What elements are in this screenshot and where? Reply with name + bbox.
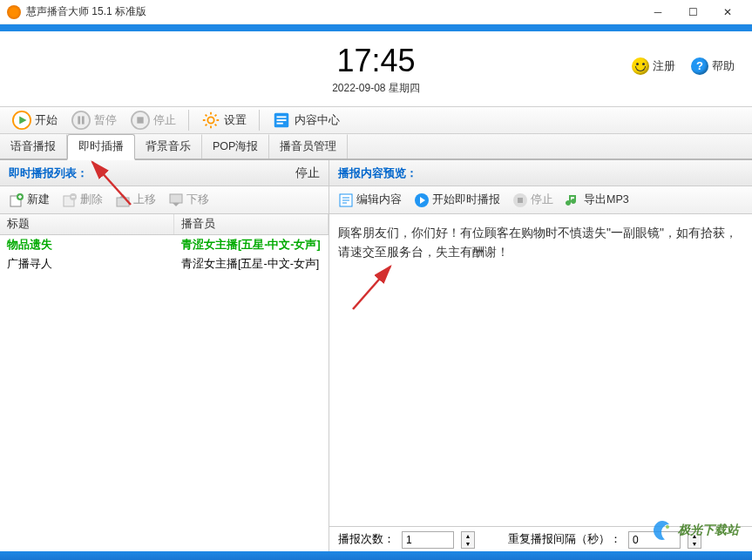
left-panel-title: 即时播报列表：: [9, 165, 88, 181]
export-mp3-button[interactable]: 导出MP3: [562, 191, 633, 210]
accent-bar: [0, 24, 752, 31]
svg-point-6: [207, 117, 213, 123]
interval-label: 重复播报间隔（秒）：: [508, 532, 621, 547]
svg-rect-2: [78, 116, 80, 124]
main-area: 即时播报列表： 停止 新建 删除 上移 下移 标题 播音员: [0, 160, 752, 552]
left-panel: 即时播报列表： 停止 新建 删除 上移 下移 标题 播音员: [0, 160, 329, 552]
edit-content-button[interactable]: 编辑内容: [335, 191, 405, 210]
ribbon-toolbar: 开始 暂停 停止 设置 内容中心: [0, 106, 752, 134]
svg-rect-16: [170, 194, 182, 203]
left-toolbar: 新建 删除 上移 下移: [0, 186, 329, 214]
tab-announcer-manage[interactable]: 播音员管理: [269, 134, 348, 159]
right-toolbar: 编辑内容 开始即时播报 停止 导出MP3: [329, 186, 752, 214]
smiley-icon: [632, 57, 649, 75]
music-icon: [566, 192, 581, 208]
bottom-bar: [0, 551, 752, 560]
help-icon: ?: [691, 57, 708, 75]
delete-button[interactable]: 删除: [58, 191, 106, 210]
gear-icon: [201, 111, 220, 130]
watermark-logo: [650, 518, 674, 543]
svg-point-23: [666, 525, 669, 529]
register-label: 注册: [653, 58, 675, 74]
clock-time: 17:45: [336, 43, 415, 79]
minimize-button[interactable]: ─: [640, 2, 675, 23]
svg-point-1: [72, 111, 90, 129]
count-spinner[interactable]: ▲▼: [461, 531, 475, 549]
help-label: 帮助: [712, 58, 735, 74]
header: 17:45 2022-09-08 星期四 注册 ? 帮助: [0, 31, 752, 106]
preview-text: 顾客朋友们，你们好！有位顾客在购物时不慎遗失"一副眼镜"，如有拾获，请速交至服务…: [329, 214, 752, 526]
new-button[interactable]: 新建: [5, 191, 53, 210]
separator: [259, 110, 260, 131]
tab-voice-broadcast[interactable]: 语音播报: [0, 134, 67, 159]
up-icon: [115, 192, 131, 208]
count-label: 播报次数：: [338, 532, 395, 547]
col-title[interactable]: 标题: [0, 214, 174, 234]
play-icon: [414, 192, 430, 208]
start-button[interactable]: 开始: [7, 109, 63, 132]
help-button[interactable]: ? 帮助: [691, 57, 735, 75]
edit-icon: [338, 192, 354, 208]
svg-rect-8: [277, 116, 287, 118]
stop-icon: [131, 111, 150, 130]
watermark: 极光下载站: [650, 518, 739, 543]
settings-button[interactable]: 设置: [196, 109, 252, 132]
start-broadcast-button[interactable]: 开始即时播报: [410, 191, 504, 210]
tab-instant-insert[interactable]: 即时插播: [67, 134, 135, 160]
content-icon: [272, 111, 291, 130]
stop-button[interactable]: 停止: [125, 109, 181, 132]
broadcast-stop-button[interactable]: 停止: [509, 191, 557, 210]
tab-bar: 语音播报 即时插播 背景音乐 POP海报 播音员管理: [0, 134, 752, 160]
tab-pop-poster[interactable]: POP海报: [202, 134, 269, 159]
table-body: 物品遗失 青涩女主播[五星-中文-女声] 广播寻人 青涩女主播[五星-中文-女声…: [0, 235, 329, 552]
pause-button[interactable]: 暂停: [66, 109, 122, 132]
delete-icon: [62, 192, 78, 208]
table-header: 标题 播音员: [0, 214, 329, 235]
right-panel-header: 播报内容预览：: [329, 160, 752, 186]
close-button[interactable]: ✕: [710, 2, 745, 23]
down-icon: [168, 192, 184, 208]
table-row[interactable]: 广播寻人 青涩女主播[五星-中文-女声]: [0, 254, 329, 273]
svg-rect-9: [277, 119, 287, 121]
watermark-text: 极光下载站: [678, 523, 739, 538]
list-stop-button[interactable]: 停止: [295, 165, 320, 181]
svg-rect-15: [117, 198, 129, 206]
content-center-button[interactable]: 内容中心: [267, 109, 345, 132]
maximize-button[interactable]: ☐: [675, 2, 710, 23]
col-announcer[interactable]: 播音员: [174, 214, 329, 234]
pause-icon: [71, 111, 91, 130]
tab-background-music[interactable]: 背景音乐: [135, 134, 202, 159]
new-icon: [9, 192, 24, 208]
left-panel-header: 即时播报列表： 停止: [0, 160, 329, 186]
right-panel-title: 播报内容预览：: [338, 165, 417, 181]
clock-date: 2022-09-08 星期四: [332, 81, 420, 96]
count-input[interactable]: [402, 531, 454, 549]
svg-rect-10: [277, 123, 283, 125]
svg-rect-3: [82, 116, 85, 124]
window-title: 慧声播音大师 15.1 标准版: [26, 4, 640, 19]
titlebar: 慧声播音大师 15.1 标准版 ─ ☐ ✕: [0, 0, 752, 24]
register-button[interactable]: 注册: [632, 57, 675, 75]
move-down-button[interactable]: 下移: [165, 191, 213, 210]
svg-rect-20: [518, 198, 523, 203]
app-icon: [7, 5, 21, 19]
play-icon: [12, 111, 31, 130]
table-row[interactable]: 物品遗失 青涩女主播[五星-中文-女声]: [0, 235, 329, 254]
right-panel: 播报内容预览： 编辑内容 开始即时播报 停止 导出MP3 顾客朋友们，你们好！有…: [329, 160, 752, 552]
move-up-button[interactable]: 上移: [112, 191, 159, 210]
separator: [188, 110, 189, 131]
stop-icon: [512, 192, 528, 208]
svg-rect-5: [137, 117, 143, 123]
